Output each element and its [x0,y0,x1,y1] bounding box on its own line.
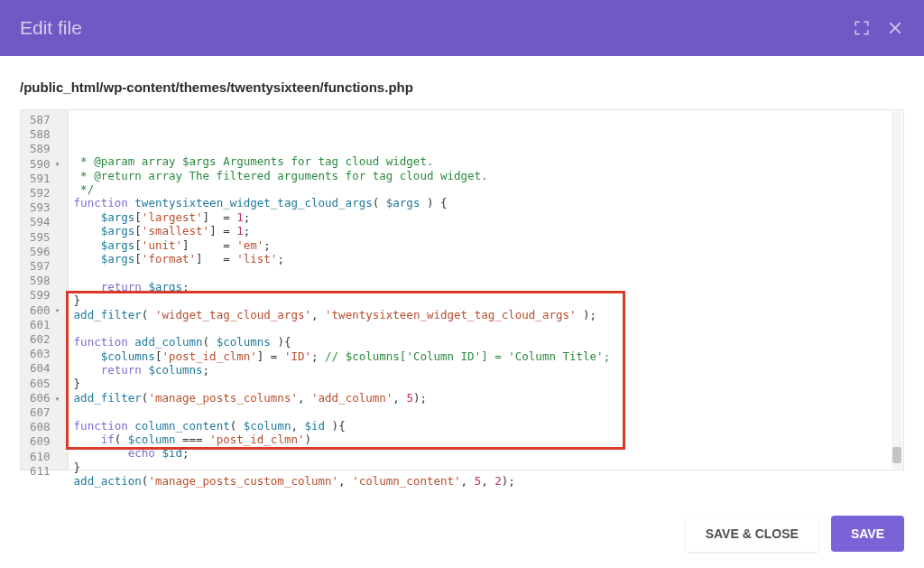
code-content[interactable]: * @param array $args Arguments for tag c… [69,110,903,470]
code-line[interactable] [74,489,898,502]
code-line[interactable]: if( $column === 'post_id_clmn') [74,433,898,446]
code-line[interactable]: } [74,461,898,474]
line-number: 592 [30,186,60,200]
code-line[interactable]: add_action('manage_posts_custom_column',… [74,474,898,488]
line-number: 587 [30,113,60,127]
line-number-gutter: 587 588 589 590▾591 592 593 594 595 596 … [21,110,69,470]
line-number: 591 [30,172,60,186]
code-line[interactable]: $columns['post_id_clmn'] = 'ID'; // $col… [74,349,898,363]
line-number: 606▾ [30,391,60,405]
code-line[interactable]: $args['unit'] = 'em'; [74,238,898,252]
line-number: 590▾ [30,157,60,172]
line-number: 588 [30,127,60,142]
code-line[interactable] [74,321,898,335]
line-number: 602 [30,332,60,347]
line-number: 589 [30,142,60,156]
code-line[interactable] [74,405,898,418]
code-line[interactable]: * @return array The filtered arguments f… [74,169,898,182]
close-icon[interactable] [886,19,904,37]
dialog-footer: SAVE & CLOSE SAVE [686,516,904,552]
code-line[interactable]: add_filter('manage_posts_columns', 'add_… [74,391,898,405]
line-number: 593 [30,200,60,215]
code-line[interactable]: function twentysixteen_widget_tag_cloud_… [74,196,898,210]
code-line[interactable]: */ [74,182,898,196]
code-line[interactable]: $args['smallest'] = 1; [74,224,898,237]
line-number: 611 [30,464,60,479]
dialog-title: Edit file [20,17,82,39]
code-line[interactable]: function add_column( $columns ){ [74,335,898,349]
code-line[interactable] [74,265,898,279]
fullscreen-icon[interactable] [854,20,870,36]
file-path: /public_html/wp-content/themes/twentysix… [20,79,904,95]
code-line[interactable]: return $columns; [74,363,898,377]
line-number: 600▾ [30,303,60,318]
titlebar: Edit file [0,0,924,56]
code-line[interactable]: add_filter( 'widget_tag_cloud_args', 'tw… [74,308,898,321]
line-number: 597 [30,259,60,274]
line-number: 603 [30,347,60,361]
line-number: 608 [30,420,60,434]
line-number: 604 [30,361,60,376]
line-number: 598 [30,274,60,288]
scroll-thumb[interactable] [892,447,901,463]
line-number: 595 [30,230,60,245]
save-button[interactable]: SAVE [831,516,904,552]
line-number: 596 [30,245,60,259]
code-line[interactable]: echo $id; [74,446,898,460]
content-area: /public_html/wp-content/themes/twentysix… [0,56,924,470]
code-line[interactable]: $args['largest'] = 1; [74,210,898,224]
code-line[interactable]: $args['format'] = 'list'; [74,252,898,265]
line-number: 601 [30,318,60,332]
code-line[interactable]: } [74,377,898,390]
code-editor[interactable]: 587 588 589 590▾591 592 593 594 595 596 … [20,109,904,470]
line-number: 605 [30,377,60,391]
code-line[interactable]: function column_content( $column, $id ){ [74,419,898,433]
line-number: 607 [30,405,60,420]
line-number: 609 [30,434,60,449]
titlebar-actions [854,19,904,37]
code-line[interactable]: return $args; [74,280,898,293]
code-line[interactable]: * @param array $args Arguments for tag c… [74,154,898,168]
save-close-button[interactable]: SAVE & CLOSE [686,516,818,552]
line-number: 594 [30,215,60,229]
line-number: 599 [30,288,60,303]
code-line[interactable]: } [74,293,898,307]
line-number: 610 [30,450,60,464]
vertical-scrollbar[interactable] [892,111,902,469]
